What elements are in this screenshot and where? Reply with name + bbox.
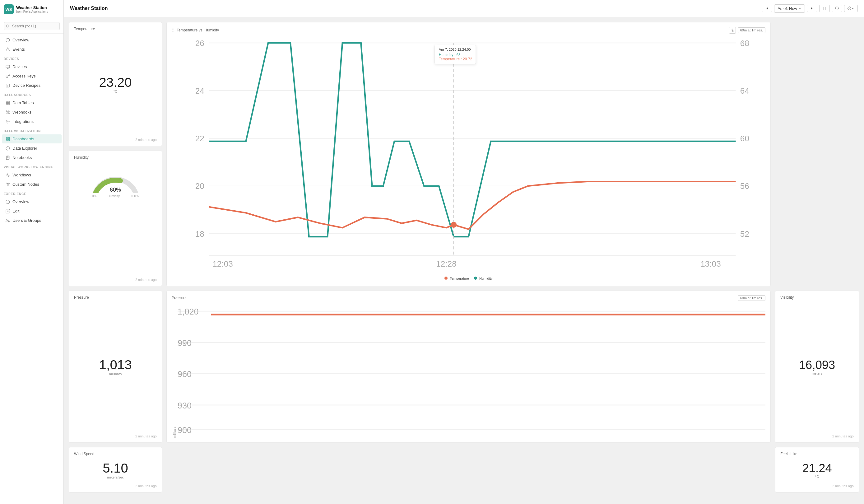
sidebar-item-events[interactable]: Events [2, 45, 62, 54]
fast-forward-button[interactable] [807, 5, 817, 12]
svg-text:1,020: 1,020 [178, 307, 199, 316]
svg-rect-38 [824, 7, 824, 10]
gauge-max: 100% [131, 194, 139, 198]
wind-speed-title: Wind Speed [74, 452, 157, 456]
svg-rect-18 [8, 140, 9, 141]
sidebar-item-notebooks[interactable]: Notebooks [2, 153, 62, 162]
temperature-unit: °C [113, 89, 117, 93]
legend-temp-label: Temperature [450, 277, 469, 280]
svg-point-14 [7, 121, 8, 122]
wind-speed-widget: Wind Speed 5.10 meters/sec 2 minutes ago [69, 447, 162, 492]
svg-rect-10 [6, 101, 10, 105]
pressure-chart-widget: Pressure 60m at 1m res. millibars 1,020 … [166, 291, 771, 443]
refresh-button[interactable] [832, 5, 842, 12]
svg-text:64: 64 [740, 86, 749, 96]
svg-text:13:03: 13:03 [700, 259, 721, 268]
svg-point-27 [8, 183, 10, 184]
sidebar-item-overview[interactable]: Overview [2, 35, 62, 45]
svg-marker-36 [811, 7, 813, 10]
chart-resolution-badge: 60m at 1m res. [738, 27, 765, 33]
svg-text:960: 960 [178, 369, 192, 379]
chart-settings-icon[interactable] [729, 27, 736, 34]
settings-button[interactable] [844, 5, 858, 12]
temperature-value: 23.20 [99, 76, 132, 89]
dashboard-grid: Temperature 23.20 °C 2 minutes ago ⠿ Tem… [64, 17, 864, 504]
header: Weather Station As of: Now [64, 0, 864, 17]
svg-rect-15 [6, 137, 8, 139]
section-label-experience: EXPERIENCE [0, 189, 63, 197]
visibility-widget: Visibility 16,093 meters 2 minutes ago [775, 291, 859, 443]
sidebar-item-custom-nodes[interactable]: Custom Nodes [2, 180, 62, 189]
pause-button[interactable] [819, 5, 830, 12]
humidity-value: 60% [91, 187, 140, 193]
pressure-chart-title: Pressure [172, 296, 187, 300]
page-title: Weather Station [70, 5, 108, 11]
header-controls: As of: Now [762, 4, 858, 13]
section-label-devices: DEVICES [0, 54, 63, 62]
humidity-title: Humidity [74, 155, 157, 160]
sidebar-item-exp-overview[interactable]: Overview [2, 197, 62, 206]
logo-icon: WS [4, 4, 14, 14]
search-input[interactable] [4, 22, 60, 30]
svg-text:56: 56 [740, 181, 749, 191]
visibility-unit: meters [812, 371, 822, 375]
sidebar-item-data-tables[interactable]: Data Tables [2, 98, 62, 107]
app-name: Weather Station [16, 5, 48, 10]
sidebar-item-access-keys[interactable]: Access Keys [2, 72, 62, 81]
as-of-dropdown[interactable]: As of: Now [774, 4, 805, 13]
svg-line-1 [8, 27, 9, 27]
wind-speed-time: 2 minutes ago [74, 484, 157, 488]
svg-text:24: 24 [195, 86, 204, 96]
wind-speed-unit: meters/sec [107, 476, 124, 479]
sidebar-item-users-groups[interactable]: Users & Groups [2, 216, 62, 225]
temperature-widget: Temperature 23.20 °C 2 minutes ago [69, 22, 162, 146]
sidebar-item-device-recipes[interactable]: Device Recipes [2, 81, 62, 90]
sidebar-item-workflows[interactable]: Workflows [2, 170, 62, 180]
svg-line-31 [8, 183, 9, 185]
svg-text:12:03: 12:03 [213, 259, 233, 268]
pressure-chart-badge: 60m at 1m res. [738, 295, 765, 301]
chart-legend: Temperature Humidity [172, 274, 765, 281]
sidebar-item-devices[interactable]: Devices [2, 62, 62, 71]
sidebar-item-data-explorer[interactable]: Data Explorer [2, 144, 62, 153]
svg-point-41 [849, 8, 850, 9]
svg-text:22: 22 [195, 134, 204, 143]
feels-like-value: 21.24 [802, 462, 832, 474]
svg-rect-35 [766, 7, 767, 10]
svg-rect-37 [813, 7, 813, 10]
svg-marker-3 [6, 48, 10, 51]
gauge-min: 0% [92, 194, 96, 198]
rewind-button[interactable] [762, 5, 772, 12]
svg-text:26: 26 [195, 38, 204, 48]
sidebar-item-exp-edit[interactable]: Edit [2, 207, 62, 216]
section-label-workflow: VISUAL WORKFLOW ENGINE [0, 163, 63, 170]
temp-humidity-chart-title: Temperature vs. Humidity [177, 28, 219, 32]
pressure-unit: millibars [109, 372, 122, 376]
sidebar-item-integrations[interactable]: Integrations [2, 117, 62, 126]
svg-line-30 [7, 183, 8, 185]
svg-point-26 [6, 183, 8, 184]
svg-point-40 [836, 7, 839, 10]
svg-point-33 [7, 219, 8, 220]
sidebar-item-dashboards[interactable]: Dashboards [2, 134, 62, 143]
svg-point-32 [6, 200, 10, 204]
visibility-value: 16,093 [799, 359, 835, 371]
svg-point-28 [7, 185, 8, 186]
search-bar [0, 19, 63, 34]
svg-text:900: 900 [178, 425, 192, 435]
svg-text:52: 52 [740, 229, 749, 239]
svg-rect-16 [8, 137, 9, 139]
section-label-data-sources: DATA SOURCES [0, 90, 63, 98]
temperature-title: Temperature [74, 27, 157, 31]
pressure-y-label: millibars [172, 303, 178, 438]
humidity-gauge: 60% 0% Humidity 100% [74, 162, 157, 199]
svg-rect-22 [6, 156, 9, 160]
temp-humidity-chart-widget: ⠿ Temperature vs. Humidity 60m at 1m res… [166, 22, 771, 286]
sidebar-item-webhooks[interactable]: Webhooks [2, 108, 62, 117]
svg-text:990: 990 [178, 338, 192, 348]
pressure-widget: Pressure 1,013 millibars 2 minutes ago [69, 291, 162, 443]
svg-text:930: 930 [178, 400, 192, 410]
feels-like-widget: Feels Like 21.24 °C 2 minutes ago [775, 447, 859, 492]
visibility-title: Visibility [780, 295, 854, 300]
main-content: Weather Station As of: Now [64, 0, 864, 504]
